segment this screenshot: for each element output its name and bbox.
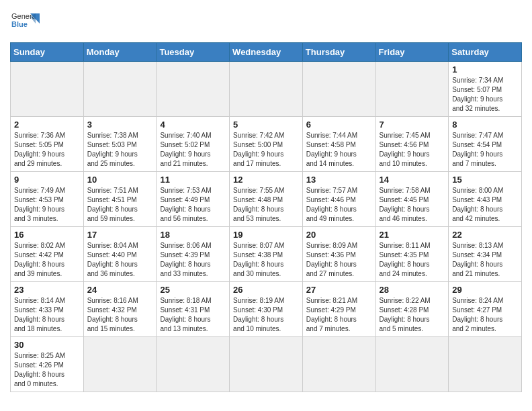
calendar-empty-cell: [83, 62, 157, 117]
day-number: 8: [452, 120, 518, 130]
weekday-header-thursday: Thursday: [302, 43, 375, 62]
calendar-day-10: 10Sunrise: 7:51 AM Sunset: 4:51 PM Dayli…: [83, 172, 157, 227]
day-info: Sunrise: 7:40 AM Sunset: 5:02 PM Dayligh…: [160, 131, 226, 169]
day-number: 9: [14, 175, 80, 185]
calendar-day-18: 18Sunrise: 8:06 AM Sunset: 4:39 PM Dayli…: [157, 227, 230, 282]
calendar-day-1: 1Sunrise: 7:34 AM Sunset: 5:07 PM Daylig…: [449, 62, 522, 117]
calendar-empty-cell: [157, 62, 230, 117]
calendar-day-17: 17Sunrise: 8:04 AM Sunset: 4:40 PM Dayli…: [83, 227, 157, 282]
logo: General Blue: [10, 7, 44, 37]
calendar-empty-cell: [449, 337, 522, 392]
calendar-day-11: 11Sunrise: 7:53 AM Sunset: 4:49 PM Dayli…: [157, 172, 230, 227]
calendar-empty-cell: [375, 62, 449, 117]
calendar-week-row: 30Sunrise: 8:25 AM Sunset: 4:26 PM Dayli…: [11, 337, 522, 392]
day-number: 14: [380, 175, 445, 185]
day-info: Sunrise: 7:45 AM Sunset: 4:56 PM Dayligh…: [380, 131, 445, 169]
weekday-header-row: SundayMondayTuesdayWednesdayThursdayFrid…: [11, 43, 522, 62]
calendar-empty-cell: [11, 62, 84, 117]
weekday-header-sunday: Sunday: [11, 43, 84, 62]
calendar-empty-cell: [302, 62, 375, 117]
weekday-header-wednesday: Wednesday: [230, 43, 303, 62]
day-info: Sunrise: 8:18 AM Sunset: 4:31 PM Dayligh…: [160, 296, 226, 334]
day-number: 21: [380, 230, 445, 240]
day-number: 3: [87, 120, 153, 130]
calendar-empty-cell: [230, 337, 303, 392]
day-info: Sunrise: 7:44 AM Sunset: 4:58 PM Dayligh…: [306, 131, 372, 169]
calendar-day-2: 2Sunrise: 7:36 AM Sunset: 5:05 PM Daylig…: [11, 117, 84, 172]
day-info: Sunrise: 8:07 AM Sunset: 4:38 PM Dayligh…: [233, 241, 299, 279]
day-number: 6: [306, 120, 372, 130]
header: General Blue: [10, 7, 522, 37]
calendar-day-4: 4Sunrise: 7:40 AM Sunset: 5:02 PM Daylig…: [157, 117, 230, 172]
calendar-day-24: 24Sunrise: 8:16 AM Sunset: 4:32 PM Dayli…: [83, 282, 157, 337]
day-number: 1: [452, 64, 518, 75]
day-info: Sunrise: 8:11 AM Sunset: 4:35 PM Dayligh…: [380, 241, 445, 279]
calendar-day-13: 13Sunrise: 7:57 AM Sunset: 4:46 PM Dayli…: [302, 172, 375, 227]
day-number: 12: [233, 175, 299, 185]
weekday-header-monday: Monday: [83, 43, 157, 62]
calendar-day-15: 15Sunrise: 8:00 AM Sunset: 4:43 PM Dayli…: [449, 172, 522, 227]
day-number: 18: [160, 230, 226, 240]
calendar-day-16: 16Sunrise: 8:02 AM Sunset: 4:42 PM Dayli…: [11, 227, 84, 282]
calendar-day-12: 12Sunrise: 7:55 AM Sunset: 4:48 PM Dayli…: [230, 172, 303, 227]
calendar-table: SundayMondayTuesdayWednesdayThursdayFrid…: [10, 42, 522, 392]
day-info: Sunrise: 7:57 AM Sunset: 4:46 PM Dayligh…: [306, 186, 372, 224]
calendar-day-29: 29Sunrise: 8:24 AM Sunset: 4:27 PM Dayli…: [449, 282, 522, 337]
day-number: 30: [14, 340, 80, 350]
day-number: 19: [233, 230, 299, 240]
calendar-empty-cell: [230, 62, 303, 117]
calendar-day-6: 6Sunrise: 7:44 AM Sunset: 4:58 PM Daylig…: [302, 117, 375, 172]
calendar-day-25: 25Sunrise: 8:18 AM Sunset: 4:31 PM Dayli…: [157, 282, 230, 337]
day-number: 2: [14, 120, 80, 130]
calendar-day-23: 23Sunrise: 8:14 AM Sunset: 4:33 PM Dayli…: [11, 282, 84, 337]
svg-text:Blue: Blue: [11, 20, 28, 28]
day-number: 29: [452, 285, 518, 295]
day-number: 11: [160, 175, 226, 185]
calendar-day-30: 30Sunrise: 8:25 AM Sunset: 4:26 PM Dayli…: [11, 337, 84, 392]
day-number: 15: [452, 175, 518, 185]
day-info: Sunrise: 8:13 AM Sunset: 4:34 PM Dayligh…: [452, 241, 518, 279]
day-number: 26: [233, 285, 299, 295]
day-info: Sunrise: 8:25 AM Sunset: 4:26 PM Dayligh…: [14, 351, 80, 389]
weekday-header-friday: Friday: [375, 43, 449, 62]
calendar-week-row: 23Sunrise: 8:14 AM Sunset: 4:33 PM Dayli…: [11, 282, 522, 337]
calendar-empty-cell: [302, 337, 375, 392]
day-info: Sunrise: 7:36 AM Sunset: 5:05 PM Dayligh…: [14, 131, 80, 169]
day-info: Sunrise: 7:38 AM Sunset: 5:03 PM Dayligh…: [87, 131, 153, 169]
day-number: 7: [380, 120, 445, 130]
calendar-day-21: 21Sunrise: 8:11 AM Sunset: 4:35 PM Dayli…: [375, 227, 449, 282]
day-number: 24: [87, 285, 153, 295]
calendar-week-row: 2Sunrise: 7:36 AM Sunset: 5:05 PM Daylig…: [11, 117, 522, 172]
day-info: Sunrise: 8:19 AM Sunset: 4:30 PM Dayligh…: [233, 296, 299, 334]
calendar-day-20: 20Sunrise: 8:09 AM Sunset: 4:36 PM Dayli…: [302, 227, 375, 282]
day-number: 23: [14, 285, 80, 295]
day-info: Sunrise: 8:06 AM Sunset: 4:39 PM Dayligh…: [160, 241, 226, 279]
day-number: 4: [160, 120, 226, 130]
calendar-week-row: 16Sunrise: 8:02 AM Sunset: 4:42 PM Dayli…: [11, 227, 522, 282]
day-info: Sunrise: 8:00 AM Sunset: 4:43 PM Dayligh…: [452, 186, 518, 224]
day-info: Sunrise: 7:58 AM Sunset: 4:45 PM Dayligh…: [380, 186, 445, 224]
weekday-header-tuesday: Tuesday: [157, 43, 230, 62]
day-info: Sunrise: 7:49 AM Sunset: 4:53 PM Dayligh…: [14, 186, 80, 224]
day-number: 27: [306, 285, 372, 295]
calendar-day-8: 8Sunrise: 7:47 AM Sunset: 4:54 PM Daylig…: [449, 117, 522, 172]
day-number: 5: [233, 120, 299, 130]
calendar-header: SundayMondayTuesdayWednesdayThursdayFrid…: [11, 43, 522, 62]
calendar-week-row: 9Sunrise: 7:49 AM Sunset: 4:53 PM Daylig…: [11, 172, 522, 227]
generalblue-logo-icon: General Blue: [10, 7, 44, 37]
weekday-header-saturday: Saturday: [449, 43, 522, 62]
day-number: 16: [14, 230, 80, 240]
day-info: Sunrise: 8:21 AM Sunset: 4:29 PM Dayligh…: [306, 296, 372, 334]
day-info: Sunrise: 8:09 AM Sunset: 4:36 PM Dayligh…: [306, 241, 372, 279]
day-number: 10: [87, 175, 153, 185]
day-number: 22: [452, 230, 518, 240]
calendar-body: 1Sunrise: 7:34 AM Sunset: 5:07 PM Daylig…: [11, 62, 522, 392]
day-info: Sunrise: 8:04 AM Sunset: 4:40 PM Dayligh…: [87, 241, 153, 279]
day-info: Sunrise: 7:55 AM Sunset: 4:48 PM Dayligh…: [233, 186, 299, 224]
calendar-day-9: 9Sunrise: 7:49 AM Sunset: 4:53 PM Daylig…: [11, 172, 84, 227]
day-info: Sunrise: 7:42 AM Sunset: 5:00 PM Dayligh…: [233, 131, 299, 169]
day-info: Sunrise: 8:22 AM Sunset: 4:28 PM Dayligh…: [380, 296, 445, 334]
day-number: 28: [380, 285, 445, 295]
day-info: Sunrise: 8:16 AM Sunset: 4:32 PM Dayligh…: [87, 296, 153, 334]
day-number: 13: [306, 175, 372, 185]
